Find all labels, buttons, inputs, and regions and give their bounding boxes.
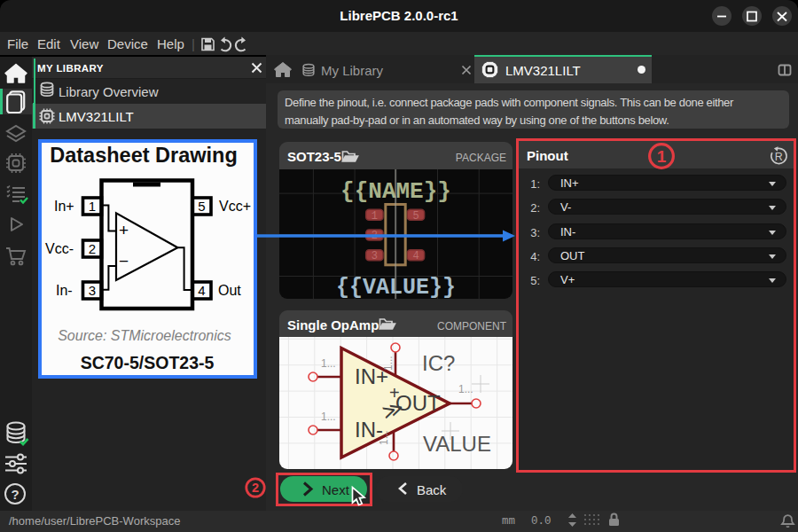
svg-text:R: R (775, 151, 783, 163)
svg-text:IN+: IN+ (355, 364, 388, 388)
svg-text:+: + (119, 221, 129, 239)
svg-text:3: 3 (372, 250, 378, 262)
svg-text:SC70-5/SOT23-5: SC70-5/SOT23-5 (81, 353, 215, 372)
svg-text:1...: 1... (321, 411, 336, 423)
svg-text:3: 3 (89, 283, 96, 298)
svg-text:5: 5 (412, 210, 419, 223)
svg-text:Datasheet Drawing: Datasheet Drawing (50, 144, 238, 167)
svg-text:4: 4 (412, 250, 419, 262)
svg-text:IC?: IC? (422, 351, 455, 375)
svg-text:1: 1 (657, 147, 667, 166)
svg-text:Vcc-: Vcc- (45, 241, 74, 256)
svg-text:1: 1 (89, 199, 96, 214)
svg-text:1: 1 (372, 210, 378, 223)
svg-text:IN-: IN- (355, 418, 383, 442)
svg-text:2: 2 (252, 481, 259, 495)
svg-text:4: 4 (198, 283, 205, 298)
svg-text:Out: Out (218, 283, 241, 298)
svg-text:1...: 1... (458, 383, 473, 395)
svg-text:In+: In+ (54, 199, 74, 214)
svg-text:Vcc+: Vcc+ (219, 199, 251, 214)
svg-text:VALUE: VALUE (423, 432, 491, 456)
svg-text:2: 2 (89, 241, 96, 256)
svg-text:?: ? (11, 487, 19, 502)
svg-text:1...: 1... (321, 357, 336, 370)
svg-text:5: 5 (198, 199, 205, 214)
svg-text:−: − (119, 252, 129, 270)
svg-text:Source: STMicroelectronics: Source: STMicroelectronics (58, 328, 231, 343)
svg-text:In-: In- (56, 283, 73, 298)
